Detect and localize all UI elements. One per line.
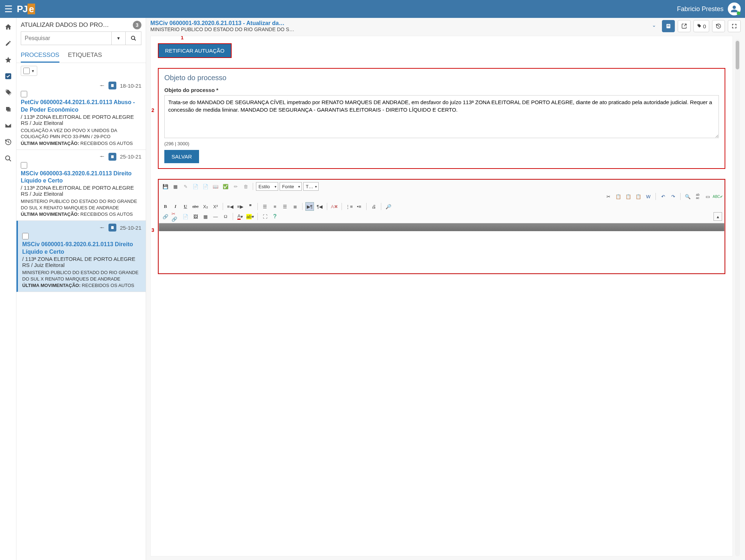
objeto-textarea[interactable]: Trata-se do MANDADO DE SEGURANÇA CÍVEL i… xyxy=(164,95,719,138)
edit-icon[interactable] xyxy=(4,39,12,47)
ed-book-icon[interactable]: 📖 xyxy=(211,182,220,191)
scrollbar[interactable] xyxy=(735,39,740,556)
retificar-button[interactable]: RETIFICAR AUTUAÇÃO xyxy=(158,43,232,58)
ed-anchor-icon[interactable]: 📄 xyxy=(181,212,190,221)
ed-undo-icon[interactable]: ↶ xyxy=(659,192,667,201)
pin-icon[interactable] xyxy=(100,153,105,160)
tags-button[interactable]: 0 xyxy=(693,20,709,32)
ed-paste-word-icon[interactable]: W xyxy=(644,192,653,201)
card-checkbox[interactable] xyxy=(21,91,27,97)
ed-doc-icon[interactable]: 📄 xyxy=(201,182,210,191)
history-icon[interactable] xyxy=(4,138,12,146)
pin-icon[interactable] xyxy=(100,224,105,231)
card-checkbox[interactable] xyxy=(22,233,29,239)
export-button[interactable] xyxy=(678,20,691,32)
check-icon[interactable] xyxy=(4,72,12,80)
ed-strike-icon[interactable]: abc xyxy=(191,202,200,211)
search-input[interactable] xyxy=(21,31,111,45)
ed-ol-icon[interactable]: ⋮≡ xyxy=(345,202,353,211)
ed-italic-icon[interactable]: I xyxy=(171,202,180,211)
ed-redo-icon[interactable]: ↷ xyxy=(669,192,677,201)
ed-font-select[interactable]: Fonte xyxy=(280,182,302,191)
salvar-button[interactable]: SALVAR xyxy=(164,150,199,163)
ed-preview-icon[interactable]: 🔎 xyxy=(384,202,393,211)
tab-processos[interactable]: PROCESSOS xyxy=(21,52,59,63)
ed-bold-icon[interactable]: B xyxy=(161,202,170,211)
ed-replace-icon[interactable]: abac xyxy=(693,192,702,201)
ed-help-icon[interactable]: ? xyxy=(271,212,279,221)
ed-sub-icon[interactable]: X₂ xyxy=(201,202,210,211)
card-title[interactable]: PetCiv 0600002-44.2021.6.21.0113 Abuso -… xyxy=(21,99,141,114)
menu-icon[interactable]: ☰ xyxy=(4,4,13,15)
ed-clear-format-icon[interactable]: A✖ xyxy=(330,202,339,211)
pin-icon[interactable] xyxy=(100,82,105,89)
ed-spell-icon[interactable]: ABC✔ xyxy=(713,192,722,201)
process-title[interactable]: MSCiv 0600001-93.2020.6.21.0113 - Atuali… xyxy=(150,20,646,26)
star-icon[interactable] xyxy=(4,56,12,64)
select-all[interactable]: ▼ xyxy=(21,66,37,76)
ed-align-right-icon[interactable]: ☰ xyxy=(281,202,289,211)
ed-image-icon[interactable]: 🖼 xyxy=(191,212,200,221)
ed-align-left-icon[interactable]: ☰ xyxy=(261,202,269,211)
ed-highlight-icon[interactable]: ab▾ xyxy=(246,212,255,221)
ed-copy2-icon[interactable]: 📋 xyxy=(614,192,623,201)
history-button[interactable] xyxy=(712,20,725,32)
ed-unlink-icon[interactable]: ✂🔗 xyxy=(171,212,180,221)
ed-print-icon[interactable]: 🖨 xyxy=(369,202,378,211)
ed-outdent-icon[interactable]: ≡◀ xyxy=(226,202,234,211)
search-dropdown[interactable]: ▼ xyxy=(111,31,126,45)
search-button[interactable] xyxy=(126,31,141,45)
ed-pencil-icon[interactable]: ✏ xyxy=(231,182,240,191)
mail-icon[interactable] xyxy=(4,122,12,130)
card-checkbox[interactable] xyxy=(21,162,27,169)
user-name[interactable]: Fabricio Prestes xyxy=(677,5,724,13)
ed-ul-icon[interactable]: •≡ xyxy=(355,202,363,211)
ed-cut-icon[interactable]: ✂ xyxy=(604,192,613,201)
expand-header-icon[interactable]: ⌄ xyxy=(650,20,658,30)
ed-copy-icon[interactable]: 📄 xyxy=(191,182,200,191)
autos-mini-icon[interactable] xyxy=(108,153,116,161)
ed-style-select[interactable]: Estilo xyxy=(256,182,278,191)
autos-button[interactable] xyxy=(662,20,675,32)
card-title[interactable]: MSCiv 0600001-93.2020.6.21.0113 Direito … xyxy=(22,241,141,256)
editor-body[interactable] xyxy=(159,223,725,273)
search-icon[interactable] xyxy=(4,155,12,162)
ed-maximize-icon[interactable]: ⛶ xyxy=(261,212,269,221)
ed-selectall-icon[interactable]: ▭ xyxy=(703,192,712,201)
ed-rtl-icon[interactable]: ¶◀ xyxy=(315,202,324,211)
ed-quote-icon[interactable]: ❞ xyxy=(246,202,255,211)
autos-mini-icon[interactable] xyxy=(108,224,116,232)
ed-sup-icon[interactable]: X² xyxy=(211,202,220,211)
ed-align-center-icon[interactable]: ≡ xyxy=(271,202,279,211)
ed-omega-icon[interactable]: Ω xyxy=(221,212,230,221)
stack-icon[interactable] xyxy=(4,105,12,113)
ed-paste-text-icon[interactable]: 📋 xyxy=(634,192,643,201)
ed-hr-icon[interactable]: ― xyxy=(211,212,220,221)
ed-find-icon[interactable]: 🔍 xyxy=(683,192,692,201)
home-icon[interactable] xyxy=(4,23,12,31)
ed-link-icon[interactable]: 🔗 xyxy=(161,212,170,221)
ed-paste-icon[interactable]: 📋 xyxy=(624,192,633,201)
ed-textcolor-icon[interactable]: A▾ xyxy=(236,212,245,221)
process-card[interactable]: 25-10-21MSCiv 0600001-93.2020.6.21.0113 … xyxy=(16,221,146,292)
ed-trash-icon[interactable]: 🗑 xyxy=(241,182,250,191)
ed-docok-icon[interactable]: ✅ xyxy=(221,182,230,191)
ed-form-icon[interactable]: ▦ xyxy=(171,182,180,191)
process-card[interactable]: 25-10-21MSCiv 0600003-63.2020.6.21.0113 … xyxy=(16,150,146,221)
avatar[interactable] xyxy=(728,3,741,15)
tab-etiquetas[interactable]: ETIQUETAS xyxy=(68,52,102,63)
process-card[interactable]: 18-10-21PetCiv 0600002-44.2021.6.21.0113… xyxy=(16,79,146,150)
ed-save-icon[interactable]: 💾 xyxy=(161,182,170,191)
ed-underline-icon[interactable]: U xyxy=(181,202,190,211)
tags-icon[interactable] xyxy=(4,89,12,97)
card-title[interactable]: MSCiv 0600003-63.2020.6.21.0113 Direito … xyxy=(21,170,141,185)
cards-list[interactable]: 18-10-21PetCiv 0600002-44.2021.6.21.0113… xyxy=(16,79,146,560)
ed-ltr-icon[interactable]: ▶¶ xyxy=(305,202,314,211)
ed-sign-icon[interactable]: ✎ xyxy=(181,182,190,191)
ed-size-select[interactable]: T… xyxy=(303,182,319,191)
autos-mini-icon[interactable] xyxy=(108,82,116,89)
fullscreen-button[interactable] xyxy=(728,20,741,32)
ed-indent-icon[interactable]: ≡▶ xyxy=(236,202,245,211)
ed-justify-icon[interactable]: ≣ xyxy=(291,202,299,211)
ed-collapse-icon[interactable]: ▴ xyxy=(713,212,722,221)
